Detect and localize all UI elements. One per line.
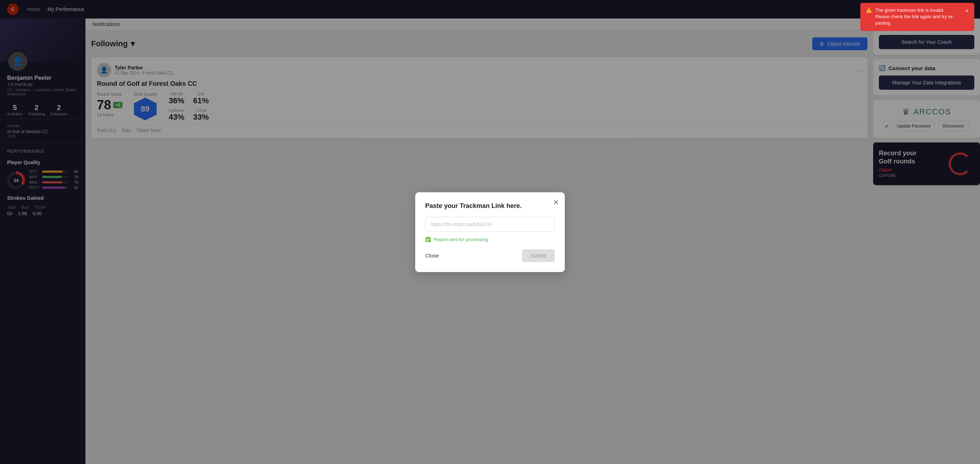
modal-title: Paste your Trackman Link here.	[425, 202, 555, 210]
modal-overlay: Paste your Trackman Link here. ✕ ✅ Repor…	[0, 0, 980, 464]
success-text: Report sent for processing	[434, 237, 488, 242]
error-icon: ⚠️	[866, 7, 872, 14]
modal-success-message: ✅ Report sent for processing	[425, 237, 555, 242]
modal-close-x-button[interactable]: ✕	[553, 198, 559, 207]
success-check-icon: ✅	[425, 237, 431, 242]
modal-submit-button[interactable]: Submit	[522, 249, 555, 262]
error-banner: ⚠️ The given trackman link is invalid. P…	[860, 3, 974, 31]
modal-actions: Close Submit	[425, 249, 555, 262]
trackman-modal: Paste your Trackman Link here. ✕ ✅ Repor…	[415, 192, 565, 272]
error-close-button[interactable]: ×	[966, 7, 969, 15]
trackman-link-input[interactable]	[425, 217, 555, 232]
modal-close-button[interactable]: Close	[425, 253, 439, 259]
error-message: The given trackman link is invalid. Plea…	[875, 7, 959, 27]
